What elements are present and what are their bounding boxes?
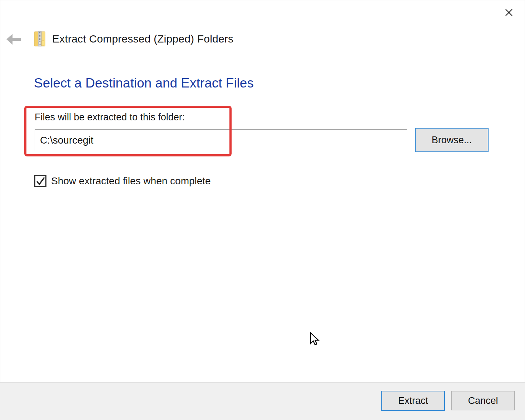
destination-label: Files will be extracted to this folder: (35, 112, 185, 123)
show-extracted-files-label[interactable]: Show extracted files when complete (51, 175, 211, 187)
mouse-cursor-icon (309, 332, 324, 348)
cancel-button[interactable]: Cancel (451, 391, 515, 410)
wizard-heading: Select a Destination and Extract Files (34, 76, 254, 91)
page-title: Extract Compressed (Zipped) Folders (52, 33, 233, 45)
extract-button[interactable]: Extract (381, 391, 445, 411)
close-button[interactable] (502, 6, 515, 19)
checkmark-icon (35, 176, 45, 186)
show-extracted-files-checkbox[interactable] (34, 175, 46, 187)
show-extracted-files-row: Show extracted files when complete (34, 175, 211, 187)
back-arrow-icon (6, 33, 22, 45)
close-icon (504, 8, 514, 17)
footer-bar (0, 382, 525, 420)
browse-button[interactable]: Browse... (415, 128, 489, 152)
zip-folder-icon (34, 31, 45, 46)
extract-wizard-window: Extract Compressed (Zipped) Folders Sele… (0, 0, 525, 420)
back-button[interactable] (5, 31, 23, 47)
destination-path-input[interactable] (35, 129, 407, 151)
